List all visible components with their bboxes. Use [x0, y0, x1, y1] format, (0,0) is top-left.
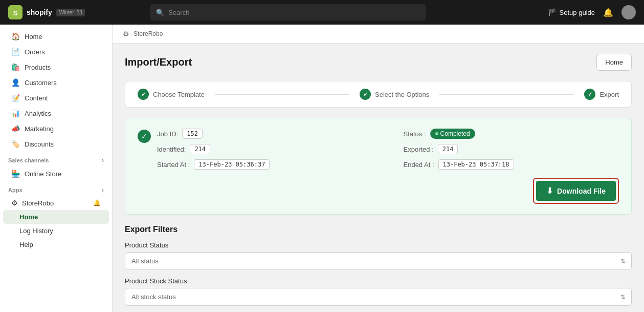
breadcrumb-label: StoreRobo: [134, 30, 163, 37]
product-status-select[interactable]: All status: [125, 252, 632, 270]
breadcrumb: ⚙ StoreRobo: [113, 25, 644, 44]
apps-label: Apps: [8, 187, 23, 193]
product-stock-filter: Product Stock Status All stock status: [125, 277, 632, 306]
status-dot: [435, 132, 438, 135]
status-badge: Completed: [430, 129, 475, 139]
download-area: ⬇ Download File: [138, 178, 619, 204]
sidebar-label-marketing: Marketing: [25, 125, 54, 133]
job-ended-value: 13-Feb-23 05:37:18: [438, 159, 514, 170]
storerobo-notif-icon: 🔔: [93, 199, 101, 206]
sidebar-item-content[interactable]: 📝 Content: [3, 90, 109, 106]
download-icon: ⬇: [546, 186, 553, 196]
job-exported-value: 214: [438, 144, 458, 154]
sidebar-item-customers[interactable]: 👤 Customers: [3, 75, 109, 90]
sidebar-item-discounts[interactable]: 🏷️ Discounts: [3, 136, 109, 152]
job-id-value: 152: [182, 129, 203, 139]
job-card-top: ✓ Job ID: 152 Status : Completed: [138, 129, 619, 170]
page-title: Import/Export: [125, 56, 192, 68]
product-status-label: Product Status: [125, 241, 632, 249]
step-1-label: Choose Template: [153, 91, 205, 98]
sidebar-item-orders[interactable]: 📄 Orders: [3, 44, 109, 59]
sidebar-label-orders: Orders: [25, 48, 45, 56]
analytics-icon: 📊: [11, 109, 19, 117]
products-icon: 🛍️: [11, 63, 19, 71]
apps-section: Apps ›: [0, 181, 112, 196]
step-2: ✓ Select the Options: [360, 89, 429, 100]
search-input[interactable]: [168, 9, 420, 16]
sidebar-sub-storerobo[interactable]: ⚙ StoreRobo 🔔: [3, 196, 109, 210]
setup-guide-label: Setup guide: [560, 9, 595, 16]
download-btn-label: Download File: [557, 187, 606, 195]
download-file-button[interactable]: ⬇ Download File: [536, 181, 616, 201]
sidebar-sub-home[interactable]: Home: [3, 210, 109, 224]
logo[interactable]: S shopify Winter '23: [8, 5, 85, 19]
sales-channels-section: Sales channels ›: [0, 152, 112, 166]
logo-text: shopify: [27, 8, 52, 16]
step-1: ✓ Choose Template: [138, 89, 205, 100]
online-store-icon: 🏪: [11, 170, 19, 178]
job-exported-field: Exported : 214: [404, 144, 619, 154]
step-3: ✓ Export: [584, 89, 619, 100]
avatar[interactable]: [621, 5, 636, 19]
steps-bar: ✓ Choose Template ✓ Select the Options ✓…: [125, 81, 632, 108]
step-divider-1: [215, 94, 349, 95]
version-badge: Winter '23: [56, 9, 85, 16]
sidebar-item-products[interactable]: 🛍️ Products: [3, 59, 109, 75]
setup-guide-button[interactable]: 🏴 Setup guide: [548, 8, 595, 16]
job-started-label: Started At :: [157, 161, 190, 169]
sidebar-item-online-store[interactable]: 🏪 Online Store: [3, 166, 109, 181]
job-exported-label: Exported :: [404, 145, 434, 153]
topnav-right: 🏴 Setup guide 🔔: [548, 5, 636, 19]
orders-icon: 📄: [11, 48, 19, 56]
sidebar-label-content: Content: [25, 94, 48, 102]
shopify-logo-icon: S: [8, 5, 23, 19]
sidebar: 🏠 Home 📄 Orders 🛍️ Products 👤 Customers …: [0, 25, 113, 312]
job-started-field: Started At : 13-Feb-23 05:36:37: [157, 159, 373, 170]
sidebar-sub-help[interactable]: Help: [3, 238, 109, 252]
svg-text:S: S: [13, 9, 18, 17]
topnav: S shopify Winter '23 🔍 🏴 Setup guide 🔔: [0, 0, 644, 25]
download-btn-highlight: ⬇ Download File: [533, 178, 619, 204]
notification-icon[interactable]: 🔔: [603, 8, 613, 17]
sidebar-label-customers: Customers: [25, 79, 57, 87]
product-status-filter: Product Status All status: [125, 241, 632, 270]
storerobo-label: StoreRobo: [22, 199, 54, 207]
step-2-label: Select the Options: [375, 91, 429, 98]
sidebar-item-home[interactable]: 🏠 Home: [3, 29, 109, 44]
sales-channels-chevron: ›: [102, 157, 104, 164]
marketing-icon: 📣: [11, 124, 19, 133]
step-1-num: ✓: [138, 89, 149, 100]
home-button[interactable]: Home: [596, 54, 632, 71]
job-identified-label: Identified:: [157, 145, 186, 153]
sidebar-item-marketing[interactable]: 📣 Marketing: [3, 121, 109, 136]
job-started-value: 13-Feb-23 05:36:37: [194, 159, 270, 170]
page-header: Import/Export Home: [125, 54, 632, 71]
sidebar-item-analytics[interactable]: 📊 Analytics: [3, 106, 109, 121]
sidebar-sub-log-history[interactable]: Log History: [3, 224, 109, 238]
breadcrumb-icon: ⚙: [123, 30, 129, 38]
product-stock-label: Product Stock Status: [125, 277, 632, 285]
product-stock-select[interactable]: All stock status: [125, 288, 632, 306]
step-divider-2: [439, 94, 574, 95]
job-identified-field: Identified: 214: [157, 144, 373, 154]
sidebar-label-discounts: Discounts: [25, 140, 54, 148]
help-label: Help: [19, 241, 33, 248]
search-bar[interactable]: 🔍: [150, 4, 426, 20]
product-stock-select-wrap: All stock status: [125, 288, 632, 306]
product-status-select-wrap: All status: [125, 252, 632, 270]
home-icon: 🏠: [11, 32, 19, 40]
job-check-icon: ✓: [138, 130, 151, 143]
job-id-field: Job ID: 152: [157, 129, 373, 139]
job-identified-value: 214: [190, 144, 210, 154]
job-id-label: Job ID:: [157, 130, 178, 138]
log-history-label: Log History: [19, 227, 53, 235]
customers-icon: 👤: [11, 78, 19, 87]
sidebar-label-analytics: Analytics: [25, 110, 51, 117]
export-filters: Export Filters Product Status All status…: [125, 225, 632, 306]
status-value: Completed: [440, 130, 470, 137]
filters-title: Export Filters: [125, 225, 632, 234]
search-icon: 🔍: [156, 9, 164, 16]
apps-chevron: ›: [102, 186, 104, 194]
job-ended-label: Ended At :: [404, 161, 434, 169]
job-status-label: Status :: [404, 130, 426, 138]
